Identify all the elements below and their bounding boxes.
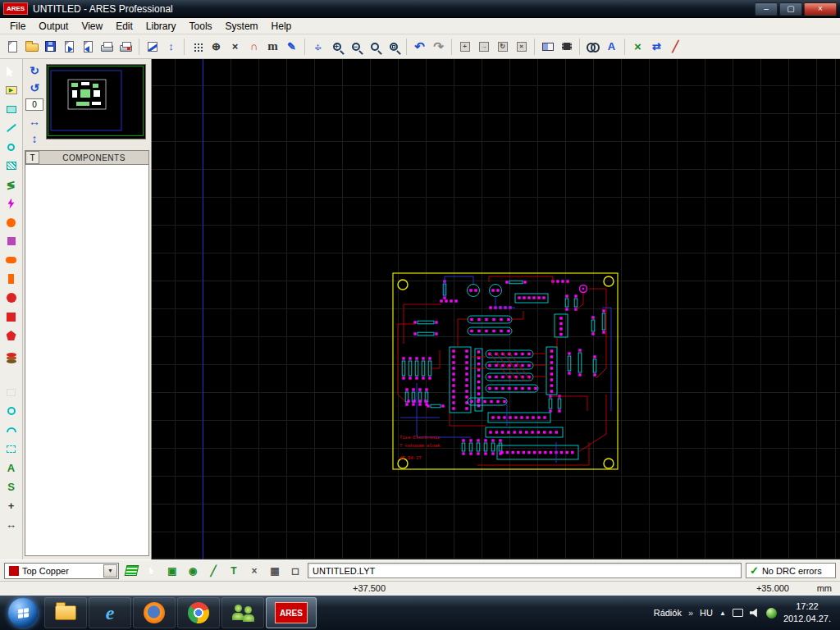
ratsnest-recalc-button[interactable]: ⇄ (647, 37, 666, 56)
taskbar-chrome-button[interactable] (177, 597, 220, 628)
export-region-button[interactable] (79, 37, 98, 56)
menu-help[interactable]: Help (265, 19, 299, 34)
ratsnest-mode-button[interactable]: ≶ (4, 178, 19, 191)
block-rotate-button[interactable]: ↻ (493, 37, 512, 56)
drc-report-button[interactable]: ╱ (666, 37, 685, 56)
mark-output-area-button[interactable] (116, 37, 135, 56)
2d-line-button[interactable] (4, 367, 19, 380)
snap-toggle-button[interactable]: ∩ (244, 37, 263, 56)
editor-canvas[interactable]: Tisa-ElectronicT eshuoam alnakdE-B4-1T (152, 59, 840, 559)
dimension-button[interactable]: ↔ (4, 518, 19, 531)
start-button[interactable] (8, 598, 38, 628)
2d-symbol-button[interactable]: S (4, 480, 19, 493)
via-mode-button[interactable] (4, 140, 19, 153)
taskbar-ares-button[interactable]: ARES (266, 597, 317, 628)
component-mode-button[interactable]: ▶ (4, 84, 19, 97)
filename-field[interactable]: UNTITLED.LYT (308, 563, 742, 578)
save-layout-button[interactable] (41, 37, 60, 56)
status-grid-button[interactable]: ▦ (267, 563, 283, 579)
taskbar-ie-button[interactable]: e (89, 597, 131, 628)
2d-circle-button[interactable] (4, 404, 19, 418)
redraw-button[interactable] (143, 37, 162, 56)
status-text-button[interactable]: T (226, 563, 242, 579)
round-pad-button[interactable] (4, 216, 19, 229)
mirror-horizontal-button[interactable]: ↔ (27, 115, 42, 128)
design-overview[interactable] (46, 64, 146, 139)
square-pad-button[interactable] (4, 235, 19, 248)
zoom-in-button[interactable]: + (327, 37, 346, 56)
false-origin-button[interactable]: ⊕ (207, 37, 226, 56)
padstack-button[interactable] (4, 348, 19, 361)
block-move-button[interactable]: → (474, 37, 493, 56)
search-tag-button[interactable] (583, 37, 602, 56)
connectivity-highlight-button[interactable] (4, 197, 19, 210)
block-delete-button[interactable]: × (512, 37, 531, 56)
taskbar-contacts-button[interactable] (221, 597, 264, 628)
components-list[interactable] (25, 165, 149, 556)
smt-polygon-pad-button[interactable] (4, 329, 19, 342)
track-mode-button[interactable] (4, 121, 19, 135)
zoom-all-button[interactable] (365, 37, 384, 56)
status-pad-button[interactable]: ◉ (185, 563, 201, 579)
zone-mode-button[interactable] (4, 159, 19, 172)
taskbar-firefox-button[interactable] (133, 597, 176, 628)
layer-dropdown-button[interactable]: ▼ (103, 564, 117, 578)
menu-file[interactable]: File (3, 19, 32, 34)
smt-square-pad-button[interactable] (4, 310, 19, 323)
smt-circle-pad-button[interactable] (4, 291, 19, 304)
taskbar-explorer-button[interactable] (44, 597, 87, 628)
menu-output[interactable]: Output (32, 19, 75, 34)
mirror-vertical-button[interactable]: ↕ (27, 132, 42, 145)
status-box-button[interactable]: ◻ (287, 563, 304, 579)
make-package-button[interactable] (557, 37, 576, 56)
flip-board-button[interactable]: ↕ (162, 37, 180, 56)
2d-box-button[interactable] (4, 386, 19, 399)
language-indicator[interactable]: HU (700, 608, 713, 618)
zoom-area-button[interactable] (384, 37, 403, 56)
new-layout-button[interactable] (3, 37, 22, 56)
status-selection-button[interactable] (144, 563, 160, 579)
status-component-button[interactable]: ▣ (164, 563, 180, 579)
goto-position-button[interactable]: ✎ (282, 37, 301, 56)
undo-button[interactable]: ↶ (410, 37, 429, 56)
marker-button[interactable]: + (4, 499, 19, 512)
pan-button[interactable]: ↔↕ (308, 37, 327, 56)
components-toggle-button[interactable]: T (25, 151, 39, 164)
layers-dialog-button[interactable] (123, 563, 139, 579)
taskbar-clock[interactable]: 17:22 2012.04.27. (783, 600, 831, 625)
2d-path-button[interactable] (4, 442, 19, 455)
dil-pad-button[interactable] (4, 253, 19, 267)
network-tray-icon[interactable] (766, 608, 777, 619)
maximize-button[interactable]: ▢ (779, 2, 802, 16)
pick-parts-button[interactable] (538, 37, 557, 56)
volume-tray-icon[interactable] (750, 609, 760, 618)
layer-selector[interactable]: Top Copper ▼ (4, 563, 119, 579)
package-mode-button[interactable] (4, 103, 19, 116)
edge-pad-button[interactable] (4, 272, 19, 285)
block-copy-button[interactable]: + (455, 37, 474, 56)
auto-router-button[interactable]: × (628, 37, 647, 56)
auto-name-button[interactable]: A (602, 37, 621, 56)
import-region-button[interactable] (60, 37, 79, 56)
2d-text-button[interactable]: A (4, 461, 19, 474)
x-cursor-button[interactable]: × (226, 37, 244, 56)
open-layout-button[interactable] (22, 37, 41, 56)
status-trace-button[interactable]: ╱ (205, 563, 221, 579)
status-delete-button[interactable]: × (246, 563, 262, 579)
grid-toggle-button[interactable] (188, 37, 207, 56)
menu-system[interactable]: System (219, 19, 265, 34)
rotate-ccw-button[interactable]: ↺ (27, 81, 42, 94)
tray-chevron[interactable]: » (688, 608, 693, 618)
rotation-angle-input[interactable]: 0 (25, 98, 43, 111)
zoom-out-button[interactable]: − (346, 37, 365, 56)
rotate-cw-button[interactable]: ↻ (27, 64, 42, 77)
close-button[interactable]: × (804, 2, 837, 16)
menu-library[interactable]: Library (139, 19, 183, 34)
menu-tools[interactable]: Tools (183, 19, 219, 34)
show-hidden-icons-button[interactable]: ▲ (719, 609, 726, 617)
2d-arc-button[interactable] (4, 423, 19, 436)
display-tray-icon[interactable] (733, 609, 743, 617)
menu-edit[interactable]: Edit (109, 19, 139, 34)
selection-mode-button[interactable] (4, 65, 19, 78)
minimize-button[interactable]: – (755, 2, 778, 16)
